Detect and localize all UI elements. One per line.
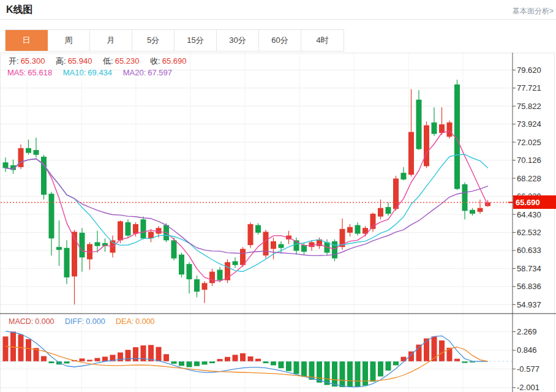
close-value: 65.690 xyxy=(162,56,187,66)
ma20-value: 67.597 xyxy=(148,68,172,77)
dea-value: 0.000 xyxy=(135,317,154,326)
svg-text:79.620: 79.620 xyxy=(517,66,541,75)
low-label: 低: xyxy=(103,56,113,66)
diff-label: DIFF: xyxy=(65,317,84,326)
ma10-label: MA10: xyxy=(63,68,86,77)
svg-text:72.025: 72.025 xyxy=(517,138,541,147)
svg-text:56.836: 56.836 xyxy=(517,282,541,291)
svg-text:68.228: 68.228 xyxy=(517,174,541,183)
high-value: 65.940 xyxy=(68,56,92,66)
svg-text:64.430: 64.430 xyxy=(517,210,541,219)
svg-text:62.532: 62.532 xyxy=(517,228,541,237)
svg-text:58.734: 58.734 xyxy=(517,264,541,273)
ma5-value: 65.618 xyxy=(28,68,52,77)
ohlc-legend: 开:65.300 高:65.940 低:65.230 收:65.690 xyxy=(9,56,188,67)
ma10-value: 69.434 xyxy=(88,68,112,77)
svg-text:2.269: 2.269 xyxy=(517,327,537,336)
svg-text:75.822: 75.822 xyxy=(517,102,541,111)
svg-text:73.924: 73.924 xyxy=(517,119,541,129)
current-price-tag: 65.690 xyxy=(513,195,556,209)
open-label: 开: xyxy=(9,56,19,66)
ma20-label: MA20: xyxy=(123,68,146,77)
diff-value: 0.000 xyxy=(86,317,105,326)
svg-text:54.937: 54.937 xyxy=(517,300,541,309)
svg-text:0.846: 0.846 xyxy=(517,345,537,355)
open-value: 65.300 xyxy=(21,56,45,66)
svg-text:-0.577: -0.577 xyxy=(517,364,539,374)
macd-legend: MACD:0.000 DIFF:0.000 DEA:0.000 xyxy=(9,317,157,326)
macd-label: MACD: xyxy=(9,317,33,326)
svg-text:77.721: 77.721 xyxy=(517,83,541,92)
macd-value: 0.000 xyxy=(35,317,54,326)
ma-legend: MA5:65.618 MA10:69.434 MA20:67.597 xyxy=(7,68,174,77)
svg-text:60.633: 60.633 xyxy=(517,246,541,255)
svg-text:-2.001: -2.001 xyxy=(517,383,539,392)
svg-text:70.126: 70.126 xyxy=(517,156,541,165)
dea-label: DEA: xyxy=(116,317,133,326)
kline-page: K线图 基本面分析> 日 周 月 5分 15分 30分 60分 4时 79.62… xyxy=(0,0,556,392)
close-label: 收: xyxy=(150,56,160,66)
low-value: 65.230 xyxy=(115,56,140,66)
high-label: 高: xyxy=(56,56,66,66)
ma5-label: MA5: xyxy=(7,68,26,77)
